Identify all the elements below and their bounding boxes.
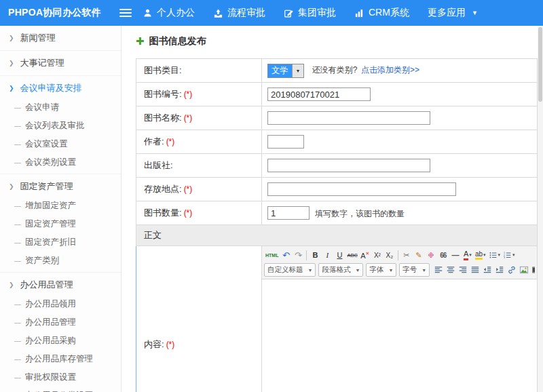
author-input[interactable] <box>267 135 304 149</box>
nav-item-group-approval[interactable]: 集团审批 <box>284 7 336 19</box>
add-icon: ✚ <box>136 35 145 47</box>
chevron-right-icon: ❯ <box>9 183 14 190</box>
category-select[interactable]: 文学 ▼ <box>267 64 304 78</box>
sidebar-item-supplies-category-settings[interactable]: —办公用品分类设置 <box>0 387 121 392</box>
book-quantity-input[interactable] <box>267 206 310 220</box>
align-right-icon[interactable] <box>457 263 469 277</box>
heading-style-select[interactable]: 自定义标题▼ <box>264 263 316 277</box>
form-row-book-name: 图书名称:(*) <box>136 106 538 130</box>
sidebar-item-label: 办公用品领用 <box>25 298 76 310</box>
underline-icon[interactable]: U <box>333 248 345 262</box>
remove-format-icon[interactable]: A✕ <box>359 248 371 262</box>
blockquote-icon[interactable]: 66 <box>437 248 449 262</box>
sidebar-item-fixed-asset-management[interactable]: —固定资产管理 <box>0 215 121 233</box>
sidebar-item-fixed-assets-management[interactable]: ❯固定资产管理 <box>0 176 121 197</box>
dash-icon: — <box>14 202 21 210</box>
superscript-icon[interactable]: X² <box>371 248 383 262</box>
highlight-color-icon[interactable]: ab▾ <box>474 248 487 262</box>
nav-item-more-apps[interactable]: 更多应用▼ <box>428 7 478 19</box>
sidebar-item-label: 会议室设置 <box>25 138 68 150</box>
nav-item-crm-system[interactable]: CRM系统 <box>354 7 409 19</box>
paragraph-format-select[interactable]: 段落格式▼ <box>318 263 363 277</box>
category-hint: 还没有类别? <box>312 65 358 75</box>
storage-location-input[interactable] <box>267 182 456 196</box>
dash-icon: — <box>14 300 21 308</box>
redo-icon[interactable]: ↷ <box>292 248 304 262</box>
html-source-icon[interactable]: HTML <box>264 248 280 262</box>
nav-item-process-approval[interactable]: 流程审批 <box>213 7 265 19</box>
sidebar-item-asset-category[interactable]: —资产类别 <box>0 252 121 270</box>
undo-icon[interactable]: ↶ <box>280 248 292 262</box>
media-icon[interactable] <box>530 263 535 277</box>
bold-icon[interactable]: B <box>309 248 321 262</box>
format-painter-icon[interactable]: ✎ <box>413 248 425 262</box>
required-mark: (*) <box>166 137 175 146</box>
sidebar-item-meeting-room-settings[interactable]: —会议室设置 <box>0 135 121 153</box>
sidebar-item-fixed-asset-depreciation[interactable]: —固定资产折旧 <box>0 233 121 252</box>
sidebar-item-label: 会议申请 <box>25 102 59 113</box>
scrollbar-thumb[interactable] <box>538 27 542 102</box>
app-title: PHPOA协同办公软件 <box>0 7 114 19</box>
sidebar-item-meeting-apply[interactable]: —会议申请 <box>0 98 121 117</box>
horizontal-rule-icon[interactable]: — <box>449 248 462 262</box>
form-row-book-number: 图书编号:(*) <box>136 83 538 106</box>
nav-item-label: 个人办公 <box>157 7 195 19</box>
sidebar-item-supplies-requisition[interactable]: —办公用品领用 <box>0 295 121 313</box>
dash-icon: — <box>14 355 21 363</box>
dash-icon: — <box>14 104 21 111</box>
outdent-icon[interactable] <box>481 263 493 277</box>
book-name-input[interactable] <box>267 111 430 125</box>
process-approval-icon <box>213 8 223 18</box>
special-char-icon[interactable]: ❉ <box>425 248 437 262</box>
menu-icon[interactable] <box>119 9 132 18</box>
ordered-list-icon[interactable]: 123▾ <box>502 248 517 262</box>
font-family-select[interactable]: 字体▼ <box>366 263 396 277</box>
group-approval-icon <box>284 8 294 18</box>
chevron-down-icon[interactable]: ▼ <box>292 64 303 77</box>
sidebar-item-news-management[interactable]: ❯新闻管理 <box>0 28 121 48</box>
align-center-icon[interactable] <box>445 263 457 277</box>
sidebar-item-label: 办公用品管理 <box>20 279 73 291</box>
chevron-down-icon: ▼ <box>422 268 426 273</box>
book-number-input[interactable] <box>267 87 371 101</box>
unordered-list-icon[interactable]: ▾ <box>487 248 502 262</box>
sidebar-item-supplies-inventory[interactable]: —办公用品库存管理 <box>0 350 121 368</box>
italic-icon[interactable]: I <box>321 248 333 262</box>
sidebar-item-office-supplies-management[interactable]: ❯办公用品管理 <box>0 275 121 295</box>
subscript-icon[interactable]: X₂ <box>383 248 396 262</box>
vertical-scrollbar[interactable] <box>538 26 543 392</box>
media-icon <box>531 265 535 275</box>
page-title: ✚ 图书信息发布 <box>136 35 538 47</box>
cut-icon[interactable]: ✂ <box>400 248 413 262</box>
sidebar-item-meeting-list-approval[interactable]: —会议列表及审批 <box>0 117 121 135</box>
toolbar-separator <box>306 250 307 260</box>
font-size-select[interactable]: 字号▼ <box>399 263 430 277</box>
align-left-icon[interactable] <box>432 263 445 277</box>
sidebar-item-label: 资产类别 <box>25 255 59 267</box>
publisher-input[interactable] <box>267 159 430 172</box>
nav-item-label: 集团审批 <box>298 7 336 19</box>
add-category-link[interactable]: 点击添加类别>> <box>361 65 419 75</box>
dropdown-label: 字体 <box>369 265 383 275</box>
align-justify-icon[interactable] <box>469 263 481 277</box>
sidebar-item-memorabilia-management[interactable]: ❯大事记管理 <box>0 53 121 73</box>
dash-icon: — <box>14 374 21 381</box>
top-nav: 个人办公流程审批集团审批CRM系统更多应用▼ <box>143 7 496 19</box>
image-icon[interactable] <box>518 263 530 277</box>
font-color-icon[interactable]: A▾ <box>462 248 474 262</box>
sidebar-item-add-fixed-asset[interactable]: —增加固定资产 <box>0 197 121 215</box>
dash-icon: — <box>14 159 21 166</box>
sidebar-item-meeting-management[interactable]: ❯会议申请及安排 <box>0 78 121 98</box>
sidebar-item-supplies-management[interactable]: —办公用品管理 <box>0 313 121 332</box>
indent-icon[interactable] <box>493 263 506 277</box>
sidebar-item-supplies-purchase[interactable]: —办公用品采购 <box>0 332 121 350</box>
strikethrough-icon[interactable]: ABC <box>345 248 358 262</box>
editor-toolbar: HTML↶↷BIUABCA✕X²X₂✂✎❉66—A▾ab▾▾123▾ 自定义标题… <box>262 246 537 279</box>
nav-item-personal-office[interactable]: 个人办公 <box>143 7 195 19</box>
editor-content-area[interactable] <box>262 279 537 392</box>
sidebar-item-approval-permission-settings[interactable]: —审批权限设置 <box>0 368 121 387</box>
ul-icon <box>489 251 498 260</box>
link-icon[interactable] <box>506 263 518 277</box>
dash-icon: — <box>14 337 21 345</box>
sidebar-item-meeting-category-settings[interactable]: —会议类别设置 <box>0 153 121 172</box>
